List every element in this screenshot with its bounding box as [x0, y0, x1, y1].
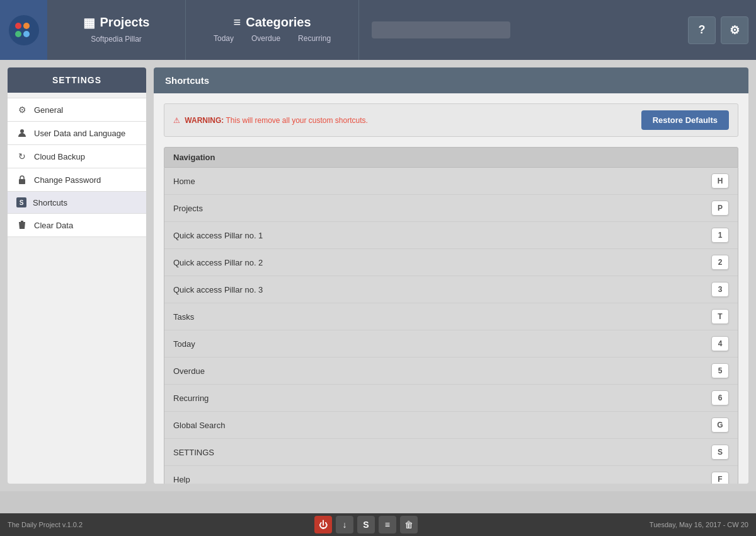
projects-tabs: Softpedia Pillar [82, 33, 151, 45]
shortcut-label: Help [173, 475, 190, 484]
categories-title: ≡ Categories [234, 15, 311, 30]
shortcut-row: Quick access Pillar no. 1 1 [164, 222, 738, 249]
trash-icon [16, 219, 28, 231]
sidebar-item-cloud-backup[interactable]: ↻ Cloud Backup [8, 145, 146, 168]
categories-label: Categories [246, 15, 311, 30]
overdue-tab[interactable]: Overdue [243, 32, 289, 45]
today-tab[interactable]: Today [205, 32, 243, 45]
help-button[interactable]: ? [688, 16, 716, 44]
sidebar-item-clear-data[interactable]: Clear Data [8, 214, 146, 237]
main-panel: Shortcuts ⚠ WARNING: This will remove al… [154, 67, 748, 484]
header-actions: ? ⚙ [680, 0, 756, 60]
shortcut-key[interactable]: H [711, 173, 729, 189]
status-bar: The Daily Project v.1.0.2 ⏻ ↓ S ≡ 🗑 Tues… [0, 513, 756, 536]
header-nav: ▦ Projects Softpedia Pillar ≡ Categories… [47, 0, 756, 60]
sidebar-item-change-password[interactable]: Change Password [8, 168, 146, 192]
shortcut-key[interactable]: G [711, 417, 729, 433]
projects-label: Projects [100, 15, 150, 30]
sidebar-title: SETTINGS [8, 67, 146, 93]
shortcut-key[interactable]: 2 [711, 255, 729, 270]
shortcut-label: Global Search [173, 421, 225, 430]
shortcut-key[interactable]: F [711, 472, 729, 484]
logo-dots [15, 23, 33, 37]
navigation-section-body: Home H Projects P Quick access Pillar no… [164, 168, 738, 484]
projects-title: ▦ Projects [83, 15, 150, 30]
date-info: Tuesday, May 16, 2017 - CW 20 [650, 521, 748, 528]
shortcut-key[interactable]: P [711, 201, 729, 216]
status-power-icon[interactable]: ⏻ [314, 516, 332, 533]
shortcut-row: SETTINGS S [164, 439, 738, 466]
dot-blue [23, 31, 30, 37]
sidebar-label-cloud-backup: Cloud Backup [34, 152, 85, 161]
user-icon [16, 127, 28, 139]
sidebar-item-user-data[interactable]: User Data and Language [8, 122, 146, 145]
shortcut-key[interactable]: T [711, 309, 729, 324]
warning-label: WARNING: [185, 116, 224, 125]
sidebar-label-user-data: User Data and Language [34, 129, 125, 138]
shortcut-key[interactable]: 1 [711, 228, 729, 243]
cloud-icon: ↻ [16, 151, 28, 162]
restore-defaults-button[interactable]: Restore Defaults [641, 110, 729, 130]
shortcut-label: Home [173, 177, 195, 186]
sidebar-item-shortcuts[interactable]: S Shortcuts [8, 192, 146, 214]
sidebar-label-shortcuts: Shortcuts [33, 198, 67, 207]
shortcut-label: Overdue [173, 366, 205, 376]
shortcut-label: Quick access Pillar no. 1 [173, 231, 263, 240]
categories-tabs: Today Overdue Recurring [205, 32, 340, 45]
status-list-icon[interactable]: ≡ [379, 516, 396, 533]
shortcut-key[interactable]: 5 [711, 363, 729, 378]
shortcut-label: Quick access Pillar no. 2 [173, 258, 263, 267]
sidebar-label-change-password: Change Password [34, 175, 101, 185]
shortcut-label: Projects [173, 204, 203, 213]
shortcut-key[interactable]: 4 [711, 336, 729, 351]
status-s-icon[interactable]: S [357, 516, 375, 533]
sidebar-label-clear-data: Clear Data [34, 221, 73, 230]
shortcut-row: Global Search G [164, 412, 738, 439]
shortcut-row: Today 4 [164, 330, 738, 358]
shortcut-row: Help F [164, 466, 738, 484]
shortcut-key[interactable]: 6 [711, 390, 729, 405]
status-download-icon[interactable]: ↓ [336, 516, 353, 533]
main-content: SOFTPEDIA SETTINGS ⚙ General User Data a… [0, 60, 756, 491]
sidebar-label-general: General [34, 105, 63, 115]
warning-message: This will remove all your custom shortcu… [226, 116, 367, 125]
shortcut-row: Tasks T [164, 303, 738, 330]
search-input[interactable] [372, 21, 510, 38]
sidebar-items: ⚙ General User Data and Language ↻ Cloud… [8, 93, 146, 242]
shortcut-key[interactable]: 3 [711, 282, 729, 297]
gear-icon: ⚙ [16, 104, 28, 115]
status-trash-icon[interactable]: 🗑 [400, 516, 418, 533]
softpedia-tab[interactable]: Softpedia Pillar [82, 33, 151, 45]
dot-orange [23, 23, 30, 29]
header: ▦ Projects Softpedia Pillar ≡ Categories… [0, 0, 756, 60]
recurring-tab[interactable]: Recurring [289, 32, 340, 45]
sidebar-item-general[interactable]: ⚙ General [8, 98, 146, 122]
svg-point-0 [20, 129, 24, 133]
shortcut-label: Quick access Pillar no. 3 [173, 285, 263, 294]
shortcut-label: SETTINGS [173, 448, 214, 457]
shortcut-label: Tasks [173, 312, 194, 322]
shortcut-label: Today [173, 339, 195, 349]
search-wrapper: 🔍 [372, 21, 510, 38]
categories-section[interactable]: ≡ Categories Today Overdue Recurring [186, 0, 359, 60]
search-area: 🔍 [359, 0, 680, 60]
shortcut-row: Quick access Pillar no. 2 2 [164, 249, 738, 276]
navigation-section: Navigation Home H Projects P Quick acces… [164, 147, 738, 484]
shortcut-row: Quick access Pillar no. 3 3 [164, 276, 738, 303]
navigation-section-header: Navigation [164, 147, 738, 168]
shortcuts-icon: S [16, 197, 26, 207]
svg-rect-1 [19, 179, 25, 184]
warning-text: ⚠ WARNING: This will remove all your cus… [173, 116, 368, 125]
shortcut-label: Recurring [173, 393, 209, 403]
shortcut-row: Recurring 6 [164, 385, 738, 412]
projects-section[interactable]: ▦ Projects Softpedia Pillar [47, 0, 186, 60]
sidebar: SETTINGS ⚙ General User Data and Languag… [8, 67, 146, 484]
shortcut-row: Overdue 5 [164, 358, 738, 385]
logo [9, 15, 39, 45]
dot-red [15, 23, 21, 29]
settings-button[interactable]: ⚙ [721, 16, 748, 44]
status-icons: ⏻ ↓ S ≡ 🗑 [314, 516, 418, 533]
dot-green [15, 31, 21, 37]
panel-header: Shortcuts [154, 67, 748, 93]
shortcut-key[interactable]: S [711, 445, 729, 460]
